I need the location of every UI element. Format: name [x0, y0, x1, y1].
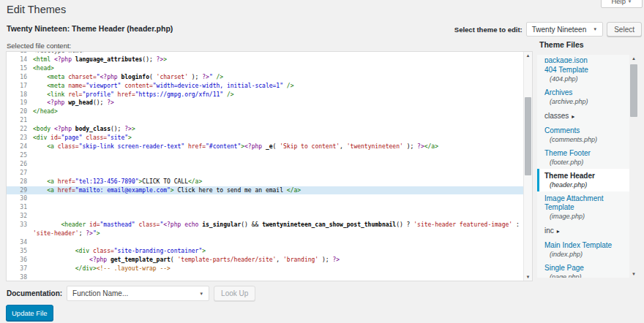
theme-file-item[interactable]: Image Attachment Template(image.php)	[544, 191, 629, 223]
folder-arrow-icon: ▸	[572, 113, 574, 120]
code-line[interactable]: 23<div id="page" class="site">	[7, 134, 523, 142]
theme-file-item[interactable]: Archives(archive.php)	[544, 86, 629, 108]
theme-file-link[interactable]: Main Index Template	[544, 241, 629, 250]
code-text	[33, 203, 523, 212]
line-number: 15	[7, 64, 27, 73]
code-line[interactable]: 15<head>	[7, 64, 523, 73]
line-number: 37	[7, 265, 27, 273]
code-text	[33, 273, 523, 281]
code-text: <meta name="viewport" content="width=dev…	[33, 82, 523, 91]
theme-file-item[interactable]: Comments(comments.php)	[544, 123, 629, 146]
theme-file-filename: (index.php)	[544, 250, 629, 259]
code-text	[33, 116, 523, 125]
code-text: <meta charset="<?php bloginfo( 'charset'…	[33, 73, 523, 82]
code-text: <div class="site-branding-container">	[33, 247, 523, 256]
scroll-up-icon[interactable]: ▲	[524, 52, 532, 59]
selected-file-content-label: Selected file content:	[7, 42, 71, 50]
line-number: 24	[7, 142, 27, 151]
code-line[interactable]: 24 <a class="skip-link screen-reader-tex…	[7, 142, 523, 151]
chevron-down-icon: ▼	[628, 0, 632, 4]
line-number: 32	[7, 212, 27, 221]
select-theme-button[interactable]: Select	[607, 22, 642, 37]
theme-file-filename: (comments.php)	[544, 135, 629, 144]
theme-file-filename: (header.php)	[544, 180, 629, 189]
documentation-label: Documentation:	[7, 289, 62, 297]
update-file-button[interactable]: Update File	[6, 305, 53, 321]
chevron-down-icon: ▼	[593, 27, 597, 31]
line-number: 20	[7, 107, 27, 116]
theme-file-item[interactable]: Theme Header(header.php)	[537, 169, 638, 191]
line-number: 28	[7, 178, 27, 186]
line-number: 19	[7, 99, 27, 107]
code-text: <a href="mailto: email@example.com"> Cli…	[33, 186, 523, 195]
theme-folder-classes[interactable]: classes▸	[544, 108, 629, 123]
look-up-button[interactable]: Look Up	[214, 286, 255, 301]
scroll-down-icon[interactable]: ▼	[629, 270, 638, 278]
theme-file-item[interactable]: Theme Footer(footer.php)	[544, 146, 629, 169]
theme-file-link[interactable]: Theme Header	[544, 172, 629, 180]
theme-file-filename: (page.php)	[544, 273, 629, 278]
help-button[interactable]: Help ▼	[601, 0, 643, 8]
code-line[interactable]: 18 <link rel="profile" href="https://gmp…	[7, 91, 523, 99]
theme-file-filename: (404.php)	[544, 75, 629, 83]
code-text	[33, 169, 523, 178]
theme-file-link[interactable]: Archives	[544, 88, 629, 97]
code-text: <a class="skip-link screen-reader-text" …	[33, 142, 523, 151]
code-line[interactable]: 31	[7, 203, 523, 212]
code-line[interactable]: 20</head>	[7, 107, 523, 116]
code-line[interactable]: 17 <meta name="viewport" content="width=…	[7, 82, 523, 91]
code-text	[33, 194, 523, 203]
line-number: 14	[7, 56, 27, 64]
theme-select[interactable]: Twenty Nineteen ▼	[526, 22, 603, 37]
code-line[interactable]: 37 </div><!-- .layout-wrap -->	[7, 265, 523, 273]
code-line[interactable]: 36 <?php get_template_part( 'template-pa…	[7, 256, 523, 265]
code-line[interactable]: 27	[7, 169, 523, 178]
code-text: <?php wp_head(); ?>	[33, 99, 523, 107]
code-line[interactable]: 34	[7, 238, 523, 247]
theme-file-item[interactable]: Single Page(page.php)	[544, 261, 629, 278]
code-line[interactable]: 35 <div class="site-branding-container">	[7, 247, 523, 256]
code-editor[interactable]: 13<!doctype html>14<html <?php language_…	[6, 51, 533, 281]
theme-file-link[interactable]: Single Page	[544, 264, 629, 273]
line-number: 34	[7, 238, 27, 247]
code-line[interactable]: 16 <meta charset="<?php bloginfo( 'chars…	[7, 73, 523, 82]
theme-file-item[interactable]: Main Index Template(index.php)	[544, 238, 629, 261]
code-line[interactable]: 32	[7, 212, 523, 221]
code-line[interactable]: 26	[7, 160, 523, 169]
code-line[interactable]: 22<body <?php body_class(); ?>>	[7, 125, 523, 134]
line-number: 18	[7, 91, 27, 99]
code-line[interactable]: 25	[7, 151, 523, 160]
code-text	[33, 160, 523, 169]
code-text	[33, 212, 523, 221]
code-line[interactable]: 38	[7, 273, 523, 281]
code-text: </div><!-- .layout-wrap -->	[33, 265, 523, 273]
theme-file-link[interactable]: 404 Template	[544, 66, 629, 75]
code-text: <?php get_template_part( 'template-parts…	[33, 256, 523, 265]
scroll-down-icon[interactable]: ▼	[524, 273, 532, 281]
line-number: 36	[7, 256, 27, 265]
chevron-down-icon: ▼	[199, 292, 203, 296]
files-scrollbar-thumb[interactable]	[630, 64, 637, 117]
line-number: 33	[7, 221, 27, 229]
theme-file-item[interactable]: 404 Template(404.php)	[544, 63, 629, 86]
code-line[interactable]: 30	[7, 194, 523, 203]
code-line[interactable]: 21	[7, 116, 523, 125]
theme-file-link-partial[interactable]: package.json	[544, 56, 629, 63]
code-line[interactable]: 14<html <?php language_attributes(); ?>>	[7, 56, 523, 64]
line-number: 35	[7, 247, 27, 256]
code-line[interactable]: 28 <a href="tel:123-456-7890">CLICK TO C…	[7, 178, 523, 186]
current-file-title: Twenty Nineteen: Theme Header (header.ph…	[7, 24, 173, 33]
files-scrollbar[interactable]: ▲ ▼	[629, 55, 638, 278]
theme-file-link[interactable]: Comments	[544, 126, 629, 135]
function-name-select[interactable]: Function Name... ▼	[67, 286, 209, 301]
scroll-up-icon[interactable]: ▲	[629, 55, 638, 62]
theme-file-link[interactable]: Theme Footer	[544, 149, 629, 158]
theme-folder-inc[interactable]: inc▸	[544, 223, 629, 238]
theme-file-link[interactable]: Image Attachment Template	[544, 194, 629, 212]
code-line[interactable]: 19 <?php wp_head(); ?>	[7, 99, 523, 107]
function-name-value: Function Name...	[72, 289, 128, 297]
editor-scrollbar-thumb[interactable]	[525, 97, 531, 175]
code-line[interactable]: 33 <header id="masthead" class="<?php ec…	[7, 221, 523, 238]
code-line[interactable]: 29 <a href="mailto: email@example.com"> …	[7, 186, 523, 195]
editor-scrollbar[interactable]: ▲ ▼	[523, 52, 532, 281]
